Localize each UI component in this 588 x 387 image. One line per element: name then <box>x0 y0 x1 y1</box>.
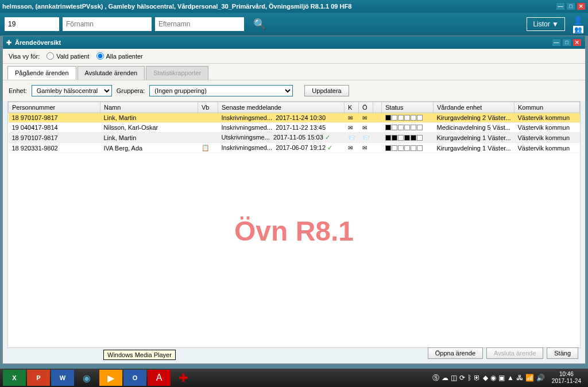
cell-personnummer: 18 970107-9817 <box>9 133 100 143</box>
col-o[interactable]: Ö <box>359 102 373 113</box>
cases-table: Personnummer Namn Vb Senaste meddelande … <box>8 102 580 153</box>
taskbar-clock[interactable]: 10:46 2017-11-24 <box>552 371 581 385</box>
minimize-button[interactable]: — <box>556 2 565 10</box>
cell-o: 📨 <box>359 133 373 143</box>
search-id-input[interactable] <box>5 17 59 31</box>
radio-vald-patient[interactable]: Vald patient <box>47 52 89 60</box>
uppdatera-button[interactable]: Uppdatera <box>304 85 349 96</box>
cell-personnummer: 18 920331-9802 <box>9 143 100 153</box>
col-vb[interactable]: Vb <box>198 102 218 113</box>
cell-kommun: Västervik kommun <box>514 143 580 153</box>
cell-o: ✉ <box>359 113 373 123</box>
tray-skype-icon[interactable]: Ⓢ <box>432 373 439 383</box>
tab-bar: Pågående ärenden Avslutade ärenden Stati… <box>3 64 585 80</box>
radio-alla-patienter[interactable]: Alla patienter <box>96 52 143 60</box>
col-namn[interactable]: Namn <box>100 102 198 113</box>
enhet-label: Enhet: <box>9 87 27 94</box>
view-filter-row: Visa vy för: Vald patient Alla patienter <box>3 49 585 64</box>
gruppera-label: Gruppera: <box>117 87 145 94</box>
cell-k: ✉ <box>345 143 359 153</box>
search-icon[interactable]: 🔍 <box>253 18 266 30</box>
cases-table-wrap: Personnummer Namn Vb Senaste meddelande … <box>7 101 581 348</box>
col-k[interactable]: K <box>345 102 359 113</box>
tray-volume-icon[interactable]: 🔊 <box>536 374 545 382</box>
listor-dropdown[interactable]: Listor ▼ <box>527 17 565 31</box>
taskbar-word-icon[interactable]: W <box>51 370 74 386</box>
windows-taskbar: X P W ◉ ▶ O A ✚ Ⓢ ☁ ◫ ⟳ ᛒ ⛨ ◆ ◉ ▣ ▲ 🖧 📶 … <box>0 369 588 387</box>
cell-vardande: Kirurgavdelning 1 Väster... <box>434 133 514 143</box>
tab-avslutade[interactable]: Avslutade ärenden <box>78 66 145 80</box>
tray-onedrive-icon[interactable]: ☁ <box>442 374 448 382</box>
col-senaste[interactable]: Senaste meddelande <box>218 102 345 113</box>
cell-kommun: Västervik kommun <box>514 123 580 133</box>
tray-app-icon[interactable]: ◉ <box>490 374 496 382</box>
col-vardande[interactable]: Vårdande enhet <box>434 102 514 113</box>
window-titlebar: helmsson, (annkatrinwtestPVssk) , Gamleb… <box>0 0 588 13</box>
panel-minimize-button[interactable]: — <box>552 38 561 47</box>
cell-k: ✉ <box>345 113 359 123</box>
avsluta-arende-button: Avsluta ärende <box>486 347 543 359</box>
gruppera-select[interactable]: (Ingen gruppering) <box>149 85 293 96</box>
taskbar-mediaplayer-icon[interactable]: ▶ <box>99 370 122 386</box>
taskbar-powerpoint-icon[interactable]: P <box>27 370 50 386</box>
enhet-select[interactable]: Gamleby hälsocentral <box>32 85 112 96</box>
oppna-arende-button[interactable]: Öppna ärende <box>428 347 483 359</box>
system-tray: Ⓢ ☁ ◫ ⟳ ᛒ ⛨ ◆ ◉ ▣ ▲ 🖧 📶 🔊 10:46 2017-11-… <box>432 371 586 385</box>
tray-shield-icon[interactable]: ⛨ <box>474 374 481 382</box>
taskbar-outlook-icon[interactable]: O <box>123 370 146 386</box>
cell-namn: IVA Berg, Ada <box>100 143 198 153</box>
tray-bluetooth-icon[interactable]: ᛒ <box>467 374 471 382</box>
col-status[interactable]: Status <box>382 102 434 113</box>
controls-row: Enhet: Gamleby hälsocentral Gruppera: (I… <box>3 80 585 101</box>
cell-senaste: Inskrivningsmed... 2017-11-22 13:45 <box>218 123 345 133</box>
user-icon[interactable]: 👤 <box>573 16 583 25</box>
tray-up-icon[interactable]: ▲ <box>507 374 514 382</box>
cell-vb <box>198 133 218 143</box>
cell-personnummer: 18 970107-9817 <box>9 113 100 123</box>
tray-outlook-icon[interactable]: ◫ <box>451 374 457 382</box>
cell-status <box>382 143 434 153</box>
cell-senaste: Utskrivningsme... 2017-11-05 15:03 ✓ <box>218 133 345 143</box>
tray-wifi-icon[interactable]: 📶 <box>525 374 534 382</box>
fornamn-input[interactable] <box>63 17 152 31</box>
cell-vardande: Kirurgavdelning 2 Väster... <box>434 113 514 123</box>
taskbar-excel-icon[interactable]: X <box>3 370 26 386</box>
cell-kommun: Västervik kommun <box>514 133 580 143</box>
panel-maximize-button[interactable]: □ <box>562 38 571 47</box>
table-row[interactable]: 18 920331-9802IVA Berg, Ada📋Inskrivnings… <box>9 143 580 153</box>
col-kommun[interactable]: Kommun <box>514 102 580 113</box>
tray-network-icon[interactable]: 🖧 <box>516 374 523 382</box>
cell-o: ✉ <box>359 143 373 153</box>
tray-box-icon[interactable]: ▣ <box>498 374 505 382</box>
cell-senaste: Inskrivningsmed... 2017-11-24 10:30 <box>218 113 345 123</box>
cell-vb <box>198 113 218 123</box>
main-panel: ✚ Ärendeöversikt — □ ✕ Visa vy för: Vald… <box>2 36 586 364</box>
cell-vb: 📋 <box>198 143 218 153</box>
taskbar-medical-icon[interactable]: ✚ <box>172 370 195 386</box>
table-row[interactable]: 18 970107-9817Link, MartinUtskrivningsme… <box>9 133 580 143</box>
efternamn-input[interactable] <box>155 17 244 31</box>
tab-pagaende[interactable]: Pågående ärenden <box>7 66 76 80</box>
taskbar-app-icon[interactable]: ◉ <box>75 370 98 386</box>
tray-badge-icon[interactable]: ◆ <box>483 374 488 382</box>
table-row[interactable]: 19 040417-9814Nilsson, Karl-OskarInskriv… <box>9 123 580 133</box>
stang-button[interactable]: Stäng <box>547 347 578 359</box>
panel-title: Ärendeöversikt <box>15 39 61 46</box>
window-title: helmsson, (annkatrinwtestPVssk) , Gamleb… <box>2 3 556 10</box>
taskbar-adobe-icon[interactable]: A <box>148 370 171 386</box>
users-icon[interactable]: 👥 <box>573 26 583 33</box>
cell-status <box>382 133 434 143</box>
panel-close-button[interactable]: ✕ <box>572 38 582 47</box>
cell-k: ✉ <box>345 123 359 133</box>
cell-personnummer: 19 040417-9814 <box>9 123 100 133</box>
col-personnummer[interactable]: Personnummer <box>9 102 100 113</box>
cell-namn: Link, Martin <box>100 113 198 123</box>
close-button[interactable]: ✕ <box>577 2 586 10</box>
cell-vardande: Kirurgavdelning 1 Väster... <box>434 143 514 153</box>
cell-namn: Link, Martin <box>100 133 198 143</box>
maximize-button[interactable]: □ <box>566 2 575 10</box>
cell-vb <box>198 123 218 133</box>
tray-sync-icon[interactable]: ⟳ <box>459 374 465 382</box>
table-row[interactable]: 18 970107-9817Link, MartinInskrivningsme… <box>9 113 580 123</box>
refresh-icon: ✚ <box>6 39 11 47</box>
